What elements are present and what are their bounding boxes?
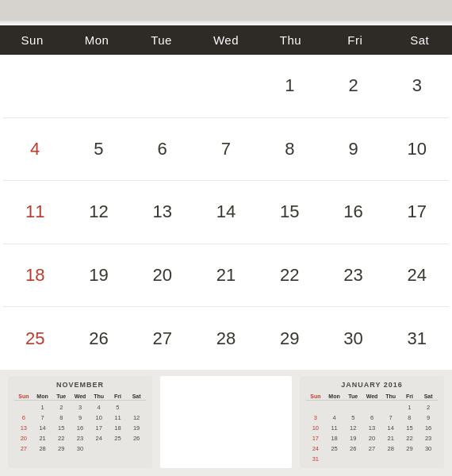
- mini-day: [127, 402, 146, 412]
- day-name-tue: Tue: [129, 29, 193, 52]
- calendar-cell-22[interactable]: 22: [258, 244, 321, 307]
- calendar-cell-7[interactable]: 7: [194, 118, 258, 181]
- mini-day: 13: [14, 423, 33, 432]
- mini-day: 15: [400, 423, 419, 432]
- calendar-cell-29[interactable]: 29: [258, 307, 321, 370]
- calendar-cell-19[interactable]: 19: [67, 244, 130, 307]
- calendar-cell-2[interactable]: 2: [321, 55, 385, 117]
- calendar-cell-25[interactable]: 25: [3, 307, 67, 370]
- mini-cal-november-grid: SunMonTueWedThuFriSat1234567891011121314…: [14, 392, 146, 453]
- mini-header-thu: Thu: [381, 392, 400, 401]
- calendar-cell-21[interactable]: 21: [194, 244, 258, 307]
- calendar-cell-8[interactable]: 8: [258, 118, 321, 181]
- mini-day: 11: [325, 423, 344, 432]
- calendar-cell-27[interactable]: 27: [131, 307, 194, 370]
- mini-day: 8: [400, 413, 419, 422]
- mini-day: 29: [52, 443, 71, 453]
- mini-day: 12: [343, 423, 362, 432]
- mini-header-wed: Wed: [71, 392, 90, 401]
- calendar-cell-4[interactable]: 4: [3, 118, 67, 181]
- mini-header-sat: Sat: [127, 392, 146, 401]
- calendar-cell-10[interactable]: 10: [385, 118, 449, 181]
- mini-header-sun: Sun: [14, 392, 33, 401]
- mini-header-sat: Sat: [419, 392, 438, 401]
- calendar-cell-12[interactable]: 12: [67, 181, 130, 244]
- mini-day: 10: [306, 423, 325, 432]
- mini-header-fri: Fri: [109, 392, 128, 401]
- calendar-cell-31[interactable]: 31: [385, 307, 449, 370]
- calendar-cell-13[interactable]: 13: [131, 181, 194, 244]
- mini-day: 3: [71, 402, 90, 412]
- calendar: SunMonTueWedThuFriSat 123456789101112131…: [0, 0, 452, 476]
- calendar-cell-17[interactable]: 17: [385, 181, 449, 244]
- calendar-cell-26[interactable]: 26: [67, 307, 130, 370]
- mini-day: 26: [127, 433, 146, 443]
- mini-day: [343, 402, 362, 412]
- calendar-header: [0, 0, 452, 21]
- calendar-week-4: 25262728293031: [3, 307, 449, 370]
- mini-cal-january-grid: SunMonTueWedThuFriSat1234567891011121314…: [306, 392, 438, 463]
- mini-day: 17: [306, 433, 325, 443]
- mini-header-tue: Tue: [52, 392, 71, 401]
- mini-day: 3: [306, 413, 325, 422]
- calendar-cell-28[interactable]: 28: [194, 307, 258, 370]
- mini-day: 18: [109, 423, 128, 432]
- mini-day: 25: [325, 443, 344, 453]
- mini-day: 7: [381, 413, 400, 422]
- mini-day: 18: [325, 433, 344, 443]
- calendar-cell-6[interactable]: 6: [131, 118, 194, 181]
- calendar-cell-20[interactable]: 20: [131, 244, 194, 307]
- mini-header-mon: Mon: [33, 392, 52, 401]
- calendar-week-0: 123: [3, 55, 449, 118]
- mini-header-fri: Fri: [400, 392, 419, 401]
- calendar-cell-3[interactable]: 3: [385, 55, 449, 117]
- mini-day: [325, 454, 344, 463]
- calendar-cell-empty: [194, 55, 258, 117]
- mini-day: 24: [90, 433, 109, 443]
- mini-day: 28: [381, 443, 400, 453]
- day-name-mon: Mon: [64, 29, 128, 52]
- mini-day: 20: [362, 433, 381, 443]
- calendar-week-3: 18192021222324: [3, 244, 449, 308]
- calendar-cell-23[interactable]: 23: [321, 244, 385, 307]
- mini-day: 9: [71, 413, 90, 422]
- calendar-cell-15[interactable]: 15: [258, 181, 321, 244]
- mini-day: 23: [419, 433, 438, 443]
- mini-day: 22: [400, 433, 419, 443]
- calendar-cell-16[interactable]: 16: [321, 181, 385, 244]
- mini-day: 13: [362, 423, 381, 432]
- calendar-cell-30[interactable]: 30: [321, 307, 385, 370]
- calendar-cell-24[interactable]: 24: [385, 244, 449, 307]
- mini-day: [419, 454, 438, 463]
- mini-day: 31: [306, 454, 325, 463]
- calendar-cell-5[interactable]: 5: [67, 118, 130, 181]
- calendar-week-2: 11121314151617: [3, 181, 449, 244]
- calendar-cell-18[interactable]: 18: [3, 244, 67, 307]
- calendar-cell-11[interactable]: 11: [3, 181, 67, 244]
- mini-day: 7: [33, 413, 52, 422]
- calendar-week-1: 45678910: [3, 118, 449, 182]
- calendar-cell-9[interactable]: 9: [321, 118, 385, 181]
- mini-calendars: NOVEMBER SunMonTueWedThuFriSat1234567891…: [0, 370, 452, 476]
- calendar-cell-empty: [3, 55, 67, 117]
- mini-day: 20: [14, 433, 33, 443]
- calendar-cell-14[interactable]: 14: [194, 181, 258, 244]
- mini-day: 30: [419, 443, 438, 453]
- mini-day: [109, 443, 128, 453]
- mini-day: [400, 454, 419, 463]
- mini-day: [381, 454, 400, 463]
- mini-day: 2: [419, 402, 438, 412]
- mini-spacer: [160, 376, 292, 468]
- calendar-cell-1[interactable]: 1: [258, 55, 321, 117]
- mini-cal-january-title: JANUARY 2016: [306, 381, 438, 389]
- day-name-thu: Thu: [259, 29, 323, 52]
- mini-cal-january: JANUARY 2016 SunMonTueWedThuFriSat123456…: [300, 376, 444, 468]
- mini-day: 16: [419, 423, 438, 432]
- mini-day: 14: [33, 423, 52, 432]
- day-names-row: SunMonTueWedThuFriSat: [0, 25, 452, 55]
- day-name-sat: Sat: [388, 29, 452, 52]
- mini-day: [325, 402, 344, 412]
- mini-day: 1: [400, 402, 419, 412]
- mini-day: [362, 454, 381, 463]
- mini-day: 21: [33, 433, 52, 443]
